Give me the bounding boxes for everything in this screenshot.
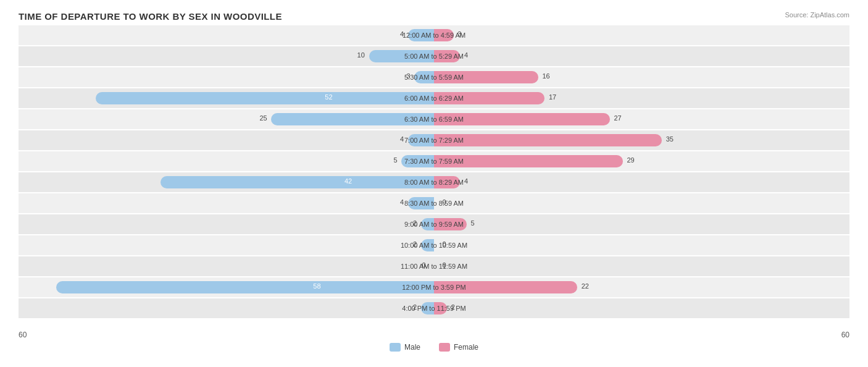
legend-male-box [390,343,401,352]
legend-female: Female [439,343,478,352]
value-female: 5 [470,219,474,227]
bar-female [434,176,460,188]
value-female: 0 [442,198,446,206]
bar-male [421,302,434,314]
chart-title: TIME OF DEPARTURE TO WORK BY SEX IN WOOD… [19,11,849,22]
chart-row: 12:00 PM to 3:59 PM5822 [19,277,849,297]
bar-female [434,50,460,62]
chart-row: 8:00 AM to 8:29 AM424 [19,172,849,192]
bar-female [434,155,623,167]
value-male: 42 [344,177,352,185]
value-male: 52 [325,93,332,101]
chart-row: 5:00 AM to 5:29 AM104 [19,46,849,66]
chart-row: 7:00 AM to 7:29 AM435 [19,130,849,150]
row-label: 11:00 AM to 11:59 AM [401,263,467,270]
legend-female-label: Female [454,343,478,352]
value-female: 4 [464,51,468,59]
value-male: 4 [400,198,404,206]
chart-row: 4:00 PM to 11:59 PM22 [19,298,849,318]
bar-male [56,281,434,293]
axis-labels: 60 60 [19,331,849,339]
bar-male [161,176,434,188]
value-male: 25 [259,114,267,122]
axis-right: 60 [841,331,849,339]
value-male: 4 [400,135,404,143]
legend-male-label: Male [404,343,420,352]
chart-row: 5:30 AM to 5:59 AM316 [19,67,849,87]
legend: Male Female [19,343,849,352]
value-male: 10 [357,51,365,59]
value-female: 35 [666,135,674,143]
value-male: 3 [407,72,411,80]
value-male: 58 [313,282,320,290]
bar-female [434,134,662,146]
bar-female [434,71,538,83]
value-female: 16 [542,72,549,80]
value-male: 5 [393,156,397,164]
bar-female [434,302,447,314]
value-male: 2 [413,219,417,227]
bar-male [401,155,434,167]
row-label: 10:00 AM to 10:59 AM [401,242,467,249]
bar-female [434,281,577,293]
chart-row: 12:00 AM to 4:59 AM43 [19,25,849,45]
axis-left: 60 [19,331,27,339]
bar-female [434,113,610,125]
value-female: 4 [464,177,468,185]
value-female: 17 [549,93,556,101]
source-label: Source: ZipAtlas.com [785,11,849,19]
bar-female [434,29,454,41]
bar-male [408,29,434,41]
value-female: 0 [442,240,446,248]
bar-male [271,113,434,125]
bar-male [96,92,434,104]
chart-row: 7:30 AM to 7:59 AM529 [19,151,849,171]
chart-container: TIME OF DEPARTURE TO WORK BY SEX IN WOOD… [0,0,868,367]
bar-female [434,218,467,230]
bar-female [434,92,545,104]
bar-male [421,239,434,251]
bar-male [408,197,434,209]
bar-male [408,134,434,146]
legend-female-box [439,343,450,352]
value-male: 0 [422,261,425,269]
chart-row: 8:30 AM to 8:59 AM40 [19,193,849,213]
value-female: 22 [582,282,589,290]
bar-male [421,218,434,230]
chart-row: 6:30 AM to 6:59 AM2527 [19,109,849,129]
value-female: 27 [614,114,621,122]
value-female: 29 [627,156,634,164]
bar-male [414,71,434,83]
value-male: 2 [413,240,417,248]
legend-male: Male [390,343,420,352]
chart-row: 11:00 AM to 11:59 AM00 [19,256,849,276]
chart-area: 12:00 AM to 4:59 AM435:00 AM to 5:29 AM1… [19,25,849,328]
chart-row: 10:00 AM to 10:59 AM20 [19,235,849,255]
value-male: 4 [400,30,404,38]
value-female: 3 [457,30,461,38]
chart-row: 9:00 AM to 9:59 AM25 [19,214,849,234]
value-male: 2 [413,303,417,311]
value-female: 2 [451,303,455,311]
chart-row: 6:00 AM to 6:29 AM5217 [19,88,849,108]
bar-male [369,50,434,62]
value-female: 0 [442,261,446,269]
